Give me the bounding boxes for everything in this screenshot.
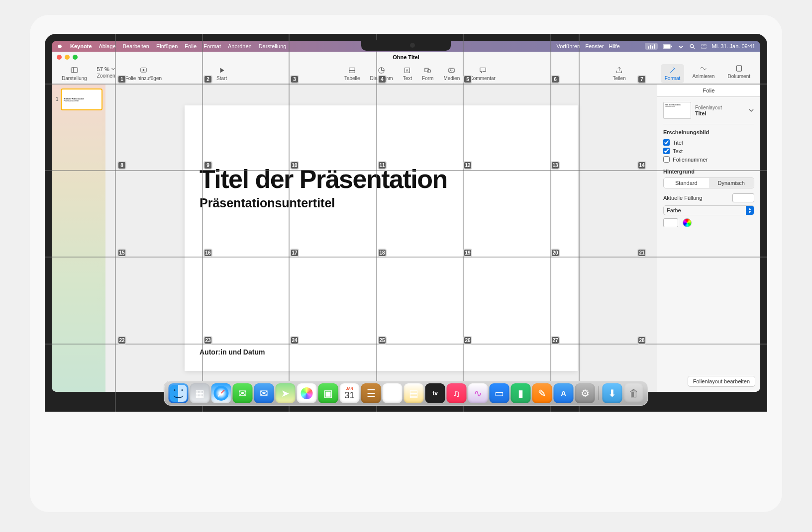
slide[interactable]: Titel der Präsentation Präsentationsunte…	[185, 105, 578, 371]
dock-pages[interactable]: ✎	[532, 383, 552, 403]
slide-thumbnail[interactable]: 1 Titel der Präsentation Präsentationsun…	[61, 89, 102, 110]
slide-number: 1	[56, 96, 59, 102]
current-fill-swatch[interactable]	[732, 193, 754, 202]
menubar-item[interactable]: Bearbeiten	[123, 43, 149, 49]
dock-tv[interactable]: tv	[425, 383, 445, 403]
media-button[interactable]: Medien	[438, 66, 465, 81]
stepper-icon: ▲▼	[746, 206, 754, 215]
dock-downloads[interactable]: ⬇	[603, 383, 622, 403]
dock-safari[interactable]	[211, 383, 231, 403]
background-segment[interactable]: Standard Dynamisch	[663, 177, 754, 188]
dock-trash[interactable]: 🗑	[624, 383, 644, 403]
dock-contacts[interactable]: ☰	[361, 383, 381, 403]
menubar-item[interactable]: Darstellung	[259, 43, 287, 49]
add-slide-button[interactable]: Folie hinzufügen	[120, 66, 167, 81]
current-fill-label: Aktuelle Füllung	[663, 195, 702, 201]
battery-icon[interactable]	[663, 43, 673, 50]
svg-point-3	[690, 44, 694, 48]
control-center-icon[interactable]	[701, 43, 707, 50]
menubar-item[interactable]: Hilfe	[609, 43, 620, 49]
table-button[interactable]: Tabelle	[339, 66, 365, 81]
layout-thumbnail: Titel der PräsentationPräsentationsunter…	[663, 102, 691, 119]
slide-layout-selector[interactable]: Titel der PräsentationPräsentationsunter…	[663, 102, 754, 124]
layout-label: Folienlayout	[695, 105, 744, 110]
animate-tab[interactable]: Animieren	[687, 64, 719, 83]
svg-rect-23	[736, 65, 741, 71]
now-playing-icon[interactable]	[645, 43, 658, 50]
play-button[interactable]: Start	[211, 66, 232, 81]
text-button[interactable]: AText	[398, 66, 417, 81]
checkbox-slidenumber[interactable]: Foliennummer	[663, 155, 754, 164]
chart-button[interactable]: Diagramm	[365, 66, 398, 81]
view-button[interactable]: Darstellung	[57, 66, 92, 81]
menubar-item[interactable]: Einfügen	[156, 43, 178, 49]
inspector-tab-slide[interactable]: Folie	[657, 85, 760, 97]
svg-line-4	[693, 47, 695, 49]
window-titlebar: Ohne Titel	[52, 52, 760, 63]
menubar-item[interactable]: Ablage	[99, 43, 115, 49]
share-button[interactable]: Teilen	[608, 66, 631, 81]
keynote-window: Ohne Titel Darstellung 57 %Zoomen Folie …	[52, 52, 760, 392]
svg-rect-2	[671, 45, 672, 47]
window-body: 1 Titel der Präsentation Präsentationsun…	[52, 85, 760, 392]
dock-messages[interactable]: ✉	[233, 383, 253, 403]
dock-keynote[interactable]: ▭	[490, 383, 509, 403]
segment-dynamic[interactable]: Dynamisch	[709, 178, 754, 188]
document-tab[interactable]: Dokument	[722, 64, 755, 83]
svg-rect-7	[701, 47, 706, 48]
slide-subtitle[interactable]: Präsentationsuntertitel	[200, 196, 563, 210]
segment-standard[interactable]: Standard	[664, 178, 709, 188]
dock-freeform[interactable]: ∿	[468, 383, 488, 403]
menubar-item[interactable]: Folie	[185, 43, 197, 49]
slide-title[interactable]: Titel der Präsentation	[200, 164, 563, 194]
color-picker-icon[interactable]	[683, 218, 692, 227]
fill-type-dropdown[interactable]: Farbe ▲▼	[663, 205, 754, 215]
wifi-icon[interactable]	[678, 43, 684, 50]
minimize-icon[interactable]	[65, 55, 70, 60]
dock-mail[interactable]: ✉	[254, 383, 274, 403]
menubar-item[interactable]: Format	[203, 43, 221, 49]
dock: ▦✉✉➤▣JAN31☰☑▤tv♫∿▭▮✎A⚙⬇🗑	[164, 381, 648, 406]
laptop-bezel: Keynote Ablage Bearbeiten Einfügen Folie…	[45, 34, 767, 412]
menubar-item[interactable]: Anordnen	[228, 43, 252, 49]
shape-button[interactable]: Form	[417, 66, 438, 81]
dock-finder[interactable]	[169, 383, 189, 403]
dock-music[interactable]: ♫	[447, 383, 467, 403]
checkbox-title[interactable]: Titel	[663, 138, 754, 147]
color-well[interactable]	[663, 218, 678, 227]
toolbar: Darstellung 57 %Zoomen Folie hinzufügen …	[52, 63, 760, 85]
dock-reminders[interactable]: ☑	[383, 383, 403, 403]
notch	[361, 40, 451, 51]
menubar-app-name[interactable]: Keynote	[70, 43, 92, 49]
checkbox-text[interactable]: Text	[663, 147, 754, 155]
slide-navigator[interactable]: 1 Titel der Präsentation Präsentationsun…	[52, 85, 105, 392]
dock-maps[interactable]: ➤	[276, 383, 296, 403]
dock-photos[interactable]	[297, 383, 317, 403]
comment-button[interactable]: Kommentar	[465, 66, 501, 81]
slide-canvas[interactable]: Titel der Präsentation Präsentationsunte…	[105, 85, 657, 392]
dock-facetime[interactable]: ▣	[318, 383, 338, 403]
edit-layout-button[interactable]: Folienlayout bearbeiten	[688, 376, 755, 387]
dock-settings[interactable]: ⚙	[575, 383, 595, 403]
zoom-dropdown[interactable]: 57 %Zoomen	[92, 66, 120, 81]
slide-author[interactable]: Autor:in und Datum	[200, 348, 563, 356]
dock-container: ▦✉✉➤▣JAN31☰☑▤tv♫∿▭▮✎A⚙⬇🗑	[164, 381, 648, 406]
dock-appstore[interactable]: A	[554, 383, 574, 403]
menubar-datetime[interactable]: Mi. 31. Jan. 09:41	[712, 43, 755, 49]
chevron-down-icon	[748, 107, 754, 113]
menubar-item[interactable]: Vorführen	[557, 43, 581, 49]
apple-menu-icon[interactable]	[57, 43, 63, 50]
menubar-item[interactable]: Fenster	[585, 43, 604, 49]
svg-point-20	[427, 69, 431, 73]
background-header: Hintergrund	[663, 169, 754, 175]
dock-launchpad[interactable]: ▦	[190, 383, 210, 403]
dock-notes[interactable]: ▤	[404, 383, 424, 403]
dock-calendar[interactable]: JAN31	[340, 383, 360, 403]
spotlight-icon[interactable]	[689, 43, 696, 50]
traffic-lights[interactable]	[57, 55, 78, 60]
dock-numbers[interactable]: ▮	[511, 383, 531, 403]
format-tab[interactable]: Format	[661, 64, 685, 83]
zoom-icon[interactable]	[73, 55, 78, 60]
appearance-header: Erscheinungsbild	[663, 129, 754, 135]
close-icon[interactable]	[57, 55, 62, 60]
